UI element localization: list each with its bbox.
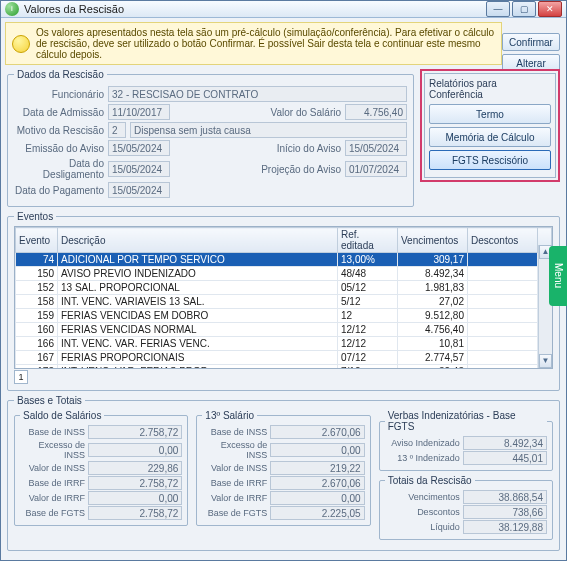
lbl-dec-base-inss: Base de INSS (202, 427, 270, 437)
table-row[interactable]: 160FERIAS VENCIDAS NORMAL12/124.756,40 (16, 323, 552, 337)
table-row[interactable]: 158INT. VENC. VARIAVEIS 13 SAL.5/1227,02 (16, 295, 552, 309)
window-title: Valores da Rescisão (24, 3, 486, 15)
dados-rescisao-group: Dados da Rescisão Funcionário 32 - RESCI… (7, 69, 414, 207)
fld-projecao-aviso: 01/07/2024 (345, 161, 407, 177)
decimo-legend: 13º Salário (202, 410, 257, 421)
minimize-button[interactable]: — (486, 1, 510, 17)
hint-bar: Os valores apresentados nesta tela são u… (5, 22, 502, 65)
lbl-tot-desc: Descontos (385, 507, 463, 517)
fld-emissao-aviso: 15/05/2024 (108, 140, 170, 156)
saldo-salarios-group: Saldo de Salários Base de INSS2.758,72 E… (14, 410, 188, 526)
fld-tot-venc: 38.868,54 (463, 490, 547, 504)
fld-data-desligamento: 15/05/2024 (108, 161, 170, 177)
dados-legend: Dados da Rescisão (14, 69, 107, 80)
verbas-group: Verbas Indenizatórias - Base FGTS Aviso … (379, 410, 553, 471)
lbl-sal-base-fgts: Base de FGTS (20, 508, 88, 518)
table-row[interactable]: 166INT. VENC. VAR. FERIAS VENC.12/1210,8… (16, 337, 552, 351)
lbl-data-pagamento: Data do Pagamento (14, 185, 104, 196)
maximize-button[interactable]: ▢ (512, 1, 536, 17)
fld-sal-valor-inss: 229,86 (88, 461, 182, 475)
table-row[interactable]: 167FERIAS PROPORCIONAIS07/122.774,57 (16, 351, 552, 365)
lbl-dec-valor-irrf: Valor de IRRF (202, 493, 270, 503)
fld-tot-liq: 38.129,88 (463, 520, 547, 534)
totais-group: Totais da Rescisão Vencimentos38.868,54 … (379, 475, 553, 540)
th-ref[interactable]: Ref. editada (338, 228, 398, 253)
lbl-sal-base-inss: Base de INSS (20, 427, 88, 437)
totais-legend: Totais da Rescisão (385, 475, 475, 486)
lbl-sal-valor-inss: Valor de INSS (20, 463, 88, 473)
lbl-sal-valor-irrf: Valor de IRRF (20, 493, 88, 503)
fld-sal-valor-irrf: 0,00 (88, 491, 182, 505)
fld-13-ind: 445,01 (463, 451, 547, 465)
lbl-tot-venc: Vencimentos (385, 492, 463, 502)
lbl-aviso-ind: Aviso Indenizado (385, 438, 463, 448)
lbl-dec-base-fgts: Base de FGTS (202, 508, 270, 518)
fld-sal-base-irrf: 2.758,72 (88, 476, 182, 490)
lbl-dec-base-irrf: Base de IRRF (202, 478, 270, 488)
fld-dec-base-inss: 2.670,06 (270, 425, 364, 439)
fld-sal-exc-inss: 0,00 (88, 443, 182, 457)
fld-sal-base-inss: 2.758,72 (88, 425, 182, 439)
fld-tot-desc: 738,66 (463, 505, 547, 519)
table-row[interactable]: 15213 SAL. PROPORCIONAL05/121.981,83 (16, 281, 552, 295)
lbl-13-ind: 13 º Indenizado (385, 453, 463, 463)
th-venc[interactable]: Vencimentos (398, 228, 468, 253)
decimo-salario-group: 13º Salário Base de INSS2.670,06 Excesso… (196, 410, 370, 526)
lbl-dec-valor-inss: Valor de INSS (202, 463, 270, 473)
lbl-sal-exc-inss: Excesso de INSS (20, 440, 88, 460)
table-row[interactable]: 150AVISO PREVIO INDENIZADO48/488.492,34 (16, 267, 552, 281)
table-row[interactable]: 173INT. VENC. VAR. FERIAS PROP.7/1232,43 (16, 365, 552, 370)
relatorios-box: Relatórios para Conferência Termo Memóri… (420, 69, 560, 182)
lbl-inicio-aviso: Início do Aviso (174, 143, 341, 154)
termo-button[interactable]: Termo (429, 104, 551, 124)
app-icon: i (5, 2, 19, 16)
saldo-salarios-legend: Saldo de Salários (20, 410, 104, 421)
menu-side-tab[interactable]: Menu (549, 246, 567, 306)
fld-data-pagamento: 15/05/2024 (108, 182, 170, 198)
fld-motivo-desc: Dispensa sem justa causa (130, 122, 407, 138)
lbl-dec-exc-inss: Excesso de INSS (202, 440, 270, 460)
close-button[interactable]: ✕ (538, 1, 562, 17)
memoria-calculo-button[interactable]: Memória de Cálculo (429, 127, 551, 147)
fld-dec-valor-irrf: 0,00 (270, 491, 364, 505)
fld-motivo-cod: 2 (108, 122, 126, 138)
relatorios-title: Relatórios para Conferência (429, 78, 551, 100)
fgts-rescisorio-button[interactable]: FGTS Rescisório (429, 150, 551, 170)
titlebar: i Valores da Rescisão — ▢ ✕ (1, 1, 566, 18)
lbl-data-desligamento: Data do Desligamento (14, 158, 104, 180)
fld-dec-base-irrf: 2.670,06 (270, 476, 364, 490)
lbl-valor-salario: Valor do Salário (174, 107, 341, 118)
lbl-tot-liq: Líquido (385, 522, 463, 532)
fld-funcionario: 32 - RESCISAO DE CONTRATO (108, 86, 407, 102)
confirmar-button[interactable]: Confirmar (502, 33, 560, 51)
lbl-motivo: Motivo da Rescisão (14, 125, 104, 136)
bases-legend: Bases e Totais (14, 395, 85, 406)
eventos-tab-1[interactable]: 1 (14, 370, 28, 384)
table-row[interactable]: 74ADICIONAL POR TEMPO SERVICO13,00%309,1… (16, 253, 552, 267)
th-desc[interactable]: Descontos (468, 228, 538, 253)
lbl-funcionario: Funcionário (14, 89, 104, 100)
fld-data-admissao: 11/10/2017 (108, 104, 170, 120)
bases-totais-group: Bases e Totais Saldo de Salários Base de… (7, 395, 560, 551)
table-row[interactable]: 159FERIAS VENCIDAS EM DOBRO129.512,80 (16, 309, 552, 323)
eventos-legend: Eventos (14, 211, 56, 222)
th-evento[interactable]: Evento (16, 228, 58, 253)
lbl-projecao-aviso: Projeção do Aviso (174, 164, 341, 175)
th-descricao[interactable]: Descrição (58, 228, 338, 253)
eventos-group: Eventos Evento Descrição Ref. editada Ve… (7, 211, 560, 391)
lbl-data-admissao: Data de Admissão (14, 107, 104, 118)
bulb-icon (12, 35, 30, 53)
fld-dec-valor-inss: 219,22 (270, 461, 364, 475)
hint-text: Os valores apresentados nesta tela são u… (36, 27, 495, 60)
fld-sal-base-fgts: 2.758,72 (88, 506, 182, 520)
fld-inicio-aviso: 15/05/2024 (345, 140, 407, 156)
scroll-down-icon[interactable]: ▼ (539, 354, 552, 368)
fld-valor-salario: 4.756,40 (345, 104, 407, 120)
fld-aviso-ind: 8.492,34 (463, 436, 547, 450)
fld-dec-base-fgts: 2.225,05 (270, 506, 364, 520)
eventos-table[interactable]: Evento Descrição Ref. editada Vencimento… (14, 226, 553, 369)
lbl-sal-base-irrf: Base de IRRF (20, 478, 88, 488)
lbl-emissao-aviso: Emissão do Aviso (14, 143, 104, 154)
verbas-legend: Verbas Indenizatórias - Base FGTS (385, 410, 547, 432)
fld-dec-exc-inss: 0,00 (270, 443, 364, 457)
